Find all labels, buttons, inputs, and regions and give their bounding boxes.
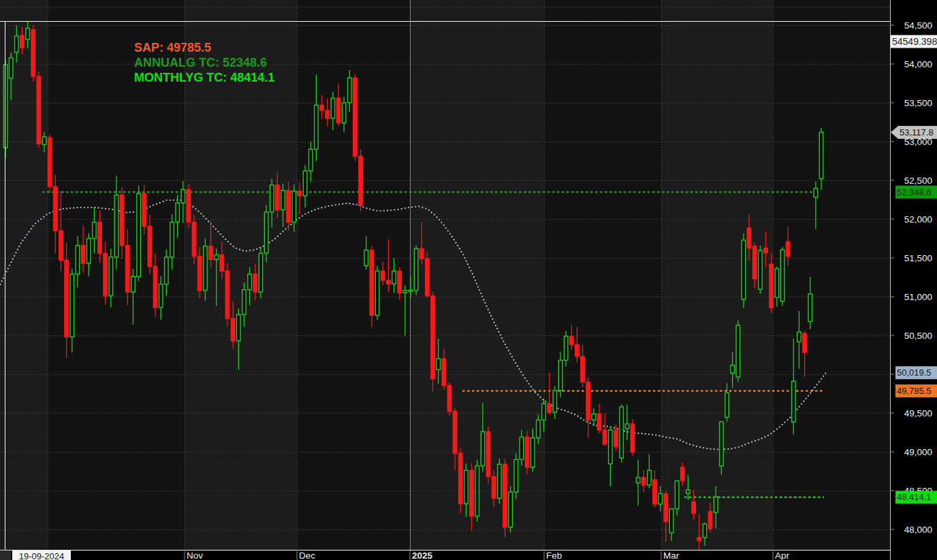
candle (780, 250, 784, 301)
candle (431, 296, 435, 379)
candle (669, 509, 673, 533)
candle (625, 424, 629, 429)
candle (742, 240, 746, 299)
time-tick-label: Mar (663, 550, 680, 560)
candle (59, 231, 63, 260)
candle (220, 254, 224, 271)
candle (264, 212, 268, 253)
high-value-label: 54549.398 (891, 35, 937, 48)
chart-surface[interactable]: 54,50054,00053,50053,00052,50052,00051,5… (0, 0, 937, 560)
start-date-box: 19-09-2024 (12, 550, 71, 560)
time-tick-label: Feb (546, 550, 562, 560)
candle (370, 250, 374, 316)
candle (109, 257, 113, 296)
candle (320, 105, 324, 110)
candle (653, 480, 657, 504)
svg-text:50,019.5: 50,019.5 (897, 367, 932, 378)
ma-value-tag: 50,019.5 (895, 366, 937, 379)
candle (764, 248, 768, 253)
svg-text:54549.398: 54549.398 (892, 36, 937, 47)
candle (570, 336, 574, 345)
candle (636, 478, 640, 483)
candle (409, 290, 413, 291)
candle (814, 188, 818, 197)
candle (292, 191, 296, 223)
candle (759, 250, 763, 289)
candle (231, 318, 235, 341)
candle (464, 470, 469, 504)
candle (747, 228, 751, 248)
candle (42, 137, 46, 144)
candle (165, 257, 169, 284)
price-axis[interactable]: 54,50054,00053,50053,00052,50052,00051,5… (890, 0, 937, 560)
candle (153, 267, 157, 308)
price-tick-label: 51,000 (904, 292, 932, 302)
candle (48, 137, 52, 186)
candle (736, 325, 740, 377)
candle (381, 271, 385, 280)
candle (697, 538, 701, 541)
candle (336, 98, 340, 122)
candle (614, 430, 618, 447)
candle (586, 382, 590, 420)
price-tick-label: 48,000 (904, 525, 932, 535)
candle (65, 260, 69, 337)
candle (54, 186, 58, 231)
candle (359, 157, 363, 205)
candle (753, 246, 757, 279)
last-price-tag: 53,117.8 (891, 126, 937, 139)
price-tick-label: 49,500 (904, 408, 932, 418)
candle (664, 494, 668, 522)
candle (15, 36, 19, 52)
candle (703, 524, 707, 538)
candle (403, 291, 407, 293)
candle (459, 453, 463, 504)
svg-text:19-09-2024: 19-09-2024 (19, 551, 65, 560)
price-tick-label: 51,500 (904, 253, 932, 263)
candle (170, 223, 174, 257)
candle (481, 431, 485, 465)
candle (192, 223, 196, 257)
candle (364, 250, 368, 266)
candle (581, 357, 585, 382)
candle (553, 391, 557, 412)
candle (76, 246, 80, 274)
candle (564, 336, 568, 360)
candle (98, 223, 102, 254)
candle (558, 360, 562, 390)
candle (225, 271, 229, 318)
price-tick-label: 52,000 (904, 214, 932, 225)
candle (686, 490, 690, 493)
candle (20, 35, 25, 48)
candle (325, 110, 330, 118)
candle (281, 191, 285, 210)
price-tick-label: 52,500 (904, 176, 932, 186)
candle (547, 403, 552, 412)
candle (492, 476, 496, 498)
candle (426, 259, 430, 296)
time-axis[interactable]: NovDec2025FebMarApr19-09-2024 (0, 550, 890, 560)
time-tick-label: 2025 (412, 550, 433, 560)
candle (620, 407, 624, 458)
candle (575, 345, 579, 357)
price-tick-label: 49,000 (904, 447, 932, 457)
candle (542, 403, 546, 420)
candle (198, 257, 202, 291)
time-tick-label: Nov (187, 550, 203, 560)
candle (287, 191, 291, 223)
candle (603, 430, 607, 444)
candle (181, 190, 185, 203)
annual-tc-tag: 52,348.6 (895, 186, 937, 199)
candle (731, 365, 735, 373)
candle (276, 185, 280, 210)
price-tick-label: 53,500 (904, 98, 932, 108)
candle (242, 290, 247, 314)
candle (675, 481, 679, 509)
candle (642, 478, 646, 485)
candle (498, 464, 502, 498)
candle (215, 254, 219, 259)
candle (348, 78, 352, 103)
candle (398, 271, 402, 293)
candle (253, 274, 257, 292)
candle (658, 494, 663, 504)
